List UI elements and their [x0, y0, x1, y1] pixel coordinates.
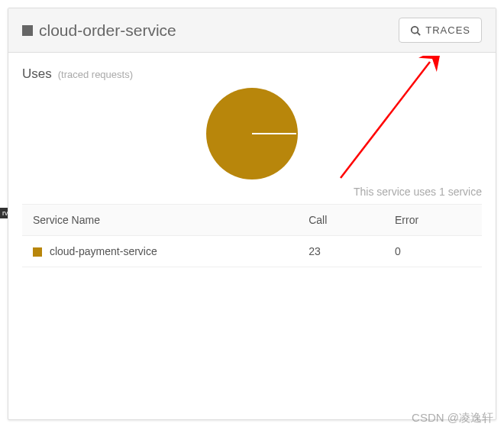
uses-sublabel: (traced requests)	[58, 69, 133, 80]
service-row-color-icon	[33, 247, 42, 257]
header-title: cloud-order-service	[22, 21, 176, 40]
col-call[interactable]: Call	[298, 205, 384, 236]
uses-summary: This service uses 1 service	[22, 186, 482, 198]
cell-service-name: cloud-payment-service	[22, 236, 298, 267]
panel-header: cloud-order-service TRACES	[8, 8, 496, 53]
svg-line-1	[418, 32, 421, 35]
panel-body: Uses (traced requests) This service uses…	[8, 53, 496, 281]
traces-button[interactable]: TRACES	[399, 18, 482, 43]
pie-chart	[22, 88, 482, 179]
service-name: cloud-order-service	[39, 21, 176, 40]
col-service-name[interactable]: Service Name	[22, 205, 298, 236]
cell-call: 23	[298, 236, 384, 267]
service-panel: cloud-order-service TRACES Uses (traced …	[8, 8, 496, 420]
search-icon	[410, 25, 421, 36]
service-color-icon	[22, 25, 33, 36]
cell-service-name-text: cloud-payment-service	[50, 245, 157, 257]
uses-heading: Uses (traced requests)	[22, 66, 482, 82]
table-row[interactable]: cloud-payment-service 23 0	[22, 236, 482, 267]
col-error[interactable]: Error	[384, 205, 482, 236]
svg-point-0	[412, 26, 418, 33]
table-header-row: Service Name Call Error	[22, 205, 482, 236]
watermark: CSDN @凌逸轩	[412, 411, 493, 425]
cell-error: 0	[384, 236, 482, 267]
traces-button-label: TRACES	[425, 24, 470, 36]
pie-slice	[206, 88, 298, 179]
services-table: Service Name Call Error cloud-payment-se…	[22, 204, 482, 267]
uses-label: Uses	[22, 66, 52, 82]
